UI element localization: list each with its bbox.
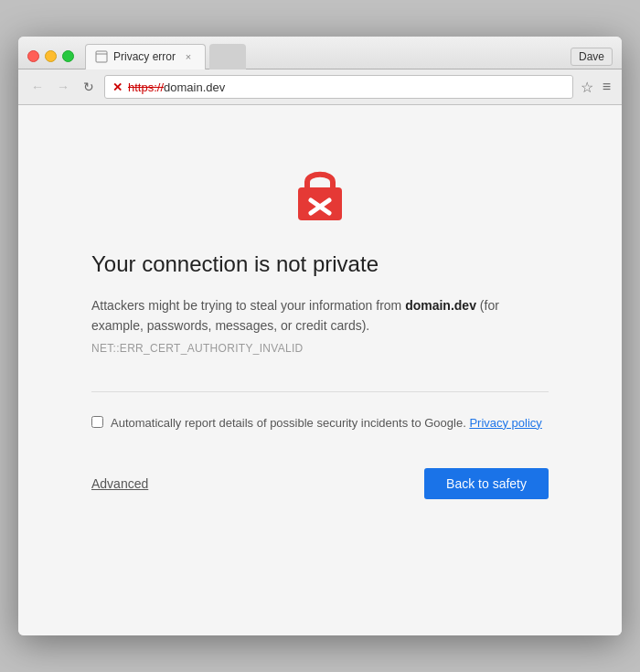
advanced-link[interactable]: Advanced — [91, 476, 148, 491]
url-domain: domain.dev — [164, 80, 225, 94]
error-description: Attackers might be trying to steal your … — [91, 295, 549, 336]
profile-button[interactable]: Dave — [571, 48, 613, 66]
svg-rect-0 — [96, 51, 107, 62]
forward-nav-button[interactable]: → — [53, 77, 73, 97]
error-lock-icon — [287, 160, 353, 226]
tab-page-icon — [95, 50, 108, 63]
tab-title: Privacy error — [113, 50, 176, 63]
close-button[interactable] — [27, 50, 39, 62]
maximize-button[interactable] — [62, 50, 74, 62]
tabs-row: Privacy error × — [85, 44, 563, 69]
action-row: Advanced Back to safety — [91, 468, 549, 499]
back-to-safety-button[interactable]: Back to safety — [424, 468, 549, 499]
report-checkbox-row: Automatically report details of possible… — [91, 414, 549, 432]
error-domain: domain.dev — [405, 298, 476, 313]
menu-icon[interactable]: ≡ — [601, 77, 613, 97]
minimize-button[interactable] — [45, 50, 57, 62]
address-row: ← → ↻ ✕ https://domain.dev ☆ ≡ — [18, 69, 622, 105]
bookmark-icon[interactable]: ☆ — [579, 77, 595, 98]
tab-close-button[interactable]: × — [181, 49, 196, 64]
title-bar: Privacy error × Dave — [18, 37, 622, 69]
privacy-policy-link[interactable]: Privacy policy — [469, 416, 541, 430]
report-checkbox[interactable] — [91, 416, 103, 428]
traffic-lights — [27, 50, 74, 62]
report-label-text: Automatically report details of possible… — [111, 416, 466, 430]
url-display: https://domain.dev — [128, 80, 225, 94]
url-protocol: https:// — [128, 80, 164, 94]
error-desc-part1: Attackers might be trying to steal your … — [91, 298, 405, 313]
back-nav-button[interactable]: ← — [27, 77, 48, 97]
error-title: Your connection is not private — [91, 251, 549, 277]
error-code: NET::ERR_CERT_AUTHORITY_INVALID — [91, 342, 549, 355]
address-bar[interactable]: ✕ https://domain.dev — [104, 75, 573, 99]
new-tab-area[interactable] — [209, 44, 246, 69]
reload-button[interactable]: ↻ — [79, 77, 99, 97]
security-warning-icon: ✕ — [112, 80, 123, 94]
divider — [91, 391, 549, 392]
browser-window: Privacy error × Dave ← → ↻ ✕ https://dom… — [18, 37, 622, 635]
active-tab[interactable]: Privacy error × — [85, 44, 206, 69]
report-label: Automatically report details of possible… — [111, 414, 542, 432]
error-page: Your connection is not private Attackers… — [18, 105, 622, 635]
